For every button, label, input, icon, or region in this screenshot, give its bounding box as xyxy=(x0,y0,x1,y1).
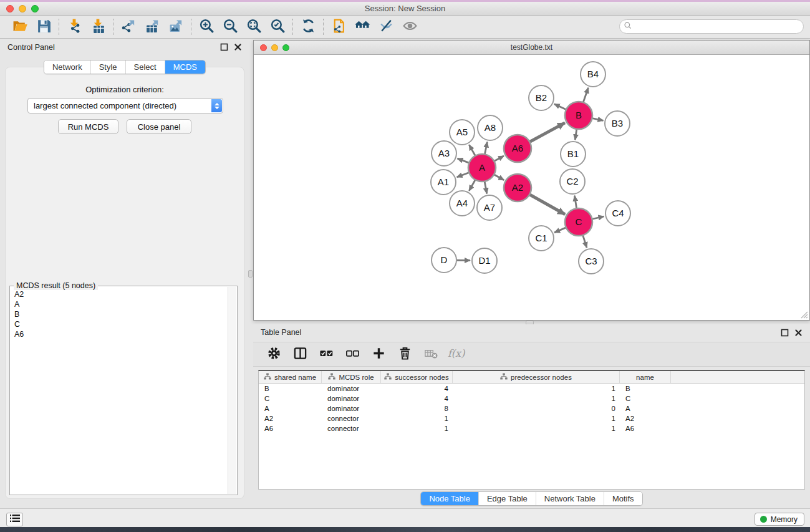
node-A6[interactable]: A6 xyxy=(504,135,531,162)
network-minimize-button[interactable] xyxy=(271,44,278,51)
hide-graphics-details-button[interactable] xyxy=(377,18,395,36)
close-panel-button[interactable]: Close panel xyxy=(127,119,191,134)
sitemap-icon xyxy=(384,373,392,381)
table-mode-button[interactable] xyxy=(266,346,282,362)
tab-network-table[interactable]: Network Table xyxy=(536,492,604,505)
table-row[interactable]: A2connector11A2 xyxy=(259,414,804,423)
tab-node-table[interactable]: Node Table xyxy=(421,492,478,505)
node-D1[interactable]: D1 xyxy=(472,248,497,273)
network-close-button[interactable] xyxy=(260,44,267,51)
zoom-window-button[interactable] xyxy=(31,5,39,12)
result-item[interactable]: A xyxy=(14,299,223,309)
node-A7[interactable]: A7 xyxy=(477,195,502,220)
table-row[interactable]: Cdominator41C xyxy=(259,394,804,404)
node-B[interactable]: B xyxy=(565,102,592,129)
network-canvas[interactable]: B4B2BB3A8A5A6A3B1AA1C2A2A4A7C4CC1DD1C3 xyxy=(254,55,809,320)
task-history-button[interactable] xyxy=(6,513,23,526)
apply-layout-button[interactable] xyxy=(299,18,317,36)
select-all-rows-button[interactable] xyxy=(318,346,334,362)
export-table-button[interactable] xyxy=(143,18,161,36)
node-B4[interactable]: B4 xyxy=(581,62,605,87)
node-C2[interactable]: C2 xyxy=(560,169,585,194)
optimization-criterion-select[interactable]: largest connected component (directed) xyxy=(27,98,223,114)
search-input[interactable] xyxy=(632,20,803,33)
show-graphics-details-button[interactable] xyxy=(401,18,418,36)
column-header-shared-name[interactable]: shared name xyxy=(259,371,322,383)
panel-divider-grip-vertical[interactable] xyxy=(248,270,253,278)
node-C3[interactable]: C3 xyxy=(579,249,604,274)
tab-select[interactable]: Select xyxy=(125,60,165,74)
new-network-from-selection-button[interactable] xyxy=(330,18,347,36)
zoom-in-button[interactable] xyxy=(198,18,215,36)
add-column-button[interactable] xyxy=(370,346,387,362)
svg-text:f(x): f(x) xyxy=(448,347,465,359)
memory-label: Memory xyxy=(771,515,798,524)
table-row[interactable]: Adominator80A xyxy=(259,404,804,414)
table-cell: dominator xyxy=(322,405,381,412)
node-B2[interactable]: B2 xyxy=(529,85,554,110)
resize-grip-icon[interactable] xyxy=(800,311,808,319)
delete-column-button[interactable] xyxy=(397,346,413,362)
result-item[interactable]: B xyxy=(14,309,223,319)
export-image-button[interactable] xyxy=(167,18,185,36)
column-header-predecessor-nodes[interactable]: predecessor nodes xyxy=(453,371,620,383)
run-mcds-button[interactable]: Run MCDS xyxy=(58,119,118,134)
open-session-button[interactable] xyxy=(11,18,29,36)
new-network-icon xyxy=(331,18,347,36)
svg-text:A8: A8 xyxy=(485,122,496,133)
svg-text:A4: A4 xyxy=(456,198,468,208)
node-A8[interactable]: A8 xyxy=(478,115,503,140)
node-C4[interactable]: C4 xyxy=(605,201,630,226)
node-C[interactable]: C xyxy=(565,208,592,236)
node-A1[interactable]: A1 xyxy=(431,170,456,195)
deselect-all-rows-button[interactable] xyxy=(344,346,360,362)
column-selector-button[interactable] xyxy=(292,346,308,362)
node-A5[interactable]: A5 xyxy=(450,120,475,145)
zoom-fit-button[interactable] xyxy=(245,18,263,36)
float-panel-icon[interactable] xyxy=(220,43,228,51)
zoom-out-button[interactable] xyxy=(221,18,239,36)
result-scrollbar[interactable] xyxy=(228,287,236,494)
tab-mcds[interactable]: MCDS xyxy=(165,60,205,74)
table-row[interactable]: Bdominator41B xyxy=(259,384,804,394)
tab-network[interactable]: Network xyxy=(44,60,90,74)
details-icon xyxy=(378,18,394,36)
close-table-panel-icon[interactable] xyxy=(794,329,803,337)
import-network-button[interactable] xyxy=(65,18,83,36)
table-row[interactable]: A6connector11A6 xyxy=(259,423,804,433)
tab-edge-table[interactable]: Edge Table xyxy=(478,492,536,505)
column-header-MCDS-role[interactable]: MCDS role xyxy=(322,371,381,383)
node-B1[interactable]: B1 xyxy=(561,142,586,167)
close-window-button[interactable] xyxy=(6,5,14,12)
tab-style[interactable]: Style xyxy=(90,60,125,74)
node-A2[interactable]: A2 xyxy=(504,174,531,201)
memory-button[interactable]: Memory xyxy=(755,513,804,526)
result-item[interactable]: A2 xyxy=(14,289,223,299)
zoom-selected-button[interactable] xyxy=(269,18,286,36)
node-D[interactable]: D xyxy=(432,248,456,273)
node-A4[interactable]: A4 xyxy=(450,191,475,216)
node-A3[interactable]: A3 xyxy=(432,141,456,166)
node-A[interactable]: A xyxy=(468,154,496,181)
network-zoom-button[interactable] xyxy=(282,44,289,51)
close-panel-icon[interactable] xyxy=(234,43,242,51)
minimize-window-button[interactable] xyxy=(19,5,26,12)
column-header-successor-nodes[interactable]: successor nodes xyxy=(381,371,453,383)
export-network-button[interactable] xyxy=(120,18,137,36)
cybrowser-home-button[interactable] xyxy=(354,18,371,36)
node-B3[interactable]: B3 xyxy=(605,111,630,136)
column-header-name[interactable]: name xyxy=(620,371,671,383)
result-item[interactable]: A6 xyxy=(14,329,223,339)
import-table-button[interactable] xyxy=(89,18,107,36)
save-session-button[interactable] xyxy=(35,18,52,36)
result-item[interactable]: C xyxy=(14,319,223,329)
column-header-label: MCDS role xyxy=(339,374,374,381)
zoom-in-icon xyxy=(199,18,215,36)
search-field[interactable] xyxy=(619,19,804,34)
float-table-panel-icon[interactable] xyxy=(781,329,789,337)
column-header-label: name xyxy=(636,374,654,381)
node-C1[interactable]: C1 xyxy=(529,226,554,251)
tab-motifs[interactable]: Motifs xyxy=(604,492,642,505)
function-builder-button: f(x) xyxy=(449,346,465,362)
table-cell: 1 xyxy=(453,385,620,392)
